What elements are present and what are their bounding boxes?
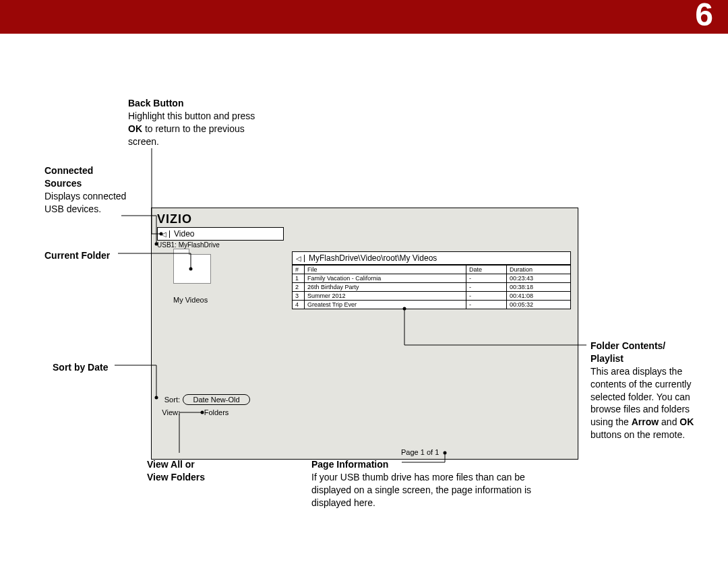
col-date-header: Date [466, 266, 507, 274]
folder-icon[interactable] [173, 254, 211, 284]
current-folder-label: My Videos [173, 296, 208, 304]
callout-back-button: Back Button Highlight this button and pr… [128, 97, 263, 148]
col-duration-header: Duration [507, 266, 571, 274]
callout-folder-contents: Folder Contents/ Playlist This area disp… [590, 340, 705, 441]
callout-current-folder: Current Folder [44, 249, 132, 262]
view-row[interactable]: View: Folders [157, 408, 284, 417]
table-row[interactable]: 2 26th Birthday Party - 00:38:18 [293, 283, 571, 292]
callout-sort-by-date: Sort by Date [53, 361, 140, 374]
view-label: View: [157, 408, 183, 416]
page-info: Page 1 of 1 [401, 448, 439, 456]
callout-connected-sources: Connected Sources Displays connected USB… [44, 164, 132, 216]
sort-row[interactable]: Sort: Date New-Old [157, 394, 284, 405]
video-tab[interactable]: ◁ Video [157, 227, 284, 241]
path-bar[interactable]: ◁ MyFlashDrive\Video\root\My Videos [292, 251, 571, 265]
header-bar: 6 [0, 0, 728, 34]
table-header-row: # File Date Duration [293, 266, 571, 274]
file-table: # File Date Duration 1 Family Vacation -… [292, 265, 571, 309]
sort-value[interactable]: Date New-Old [183, 394, 250, 405]
chapter-number: 6 [695, 0, 713, 33]
page-content: VIZIO ◁ Video USB1: MyFlashDrive My Vide… [0, 34, 728, 562]
connected-source[interactable]: USB1: MyFlashDrive [157, 241, 220, 249]
col-file-header: File [305, 266, 466, 274]
path-back-icon[interactable]: ◁ [293, 255, 305, 262]
callout-page-info: Page Information If your USB thumb drive… [311, 458, 541, 509]
col-num-header: # [293, 266, 305, 274]
table-row[interactable]: 3 Summer 2012 - 00:41:08 [293, 292, 571, 301]
vizio-logo: VIZIO [157, 212, 192, 226]
breadcrumb-path: MyFlashDrive\Video\root\My Videos [305, 253, 437, 263]
sort-label: Sort: [157, 396, 183, 404]
table-row[interactable]: 1 Family Vacation - California - 00:23:4… [293, 274, 571, 283]
back-arrow-icon[interactable]: ◁ [158, 230, 170, 238]
video-player-screenshot: VIZIO ◁ Video USB1: MyFlashDrive My Vide… [151, 208, 578, 460]
table-row[interactable]: 4 Greatest Trip Ever - 00:05:32 [293, 301, 571, 309]
tab-label: Video [170, 229, 194, 239]
view-value[interactable]: Folders [183, 408, 250, 417]
callout-view-mode: View All or View Folders [147, 458, 241, 484]
